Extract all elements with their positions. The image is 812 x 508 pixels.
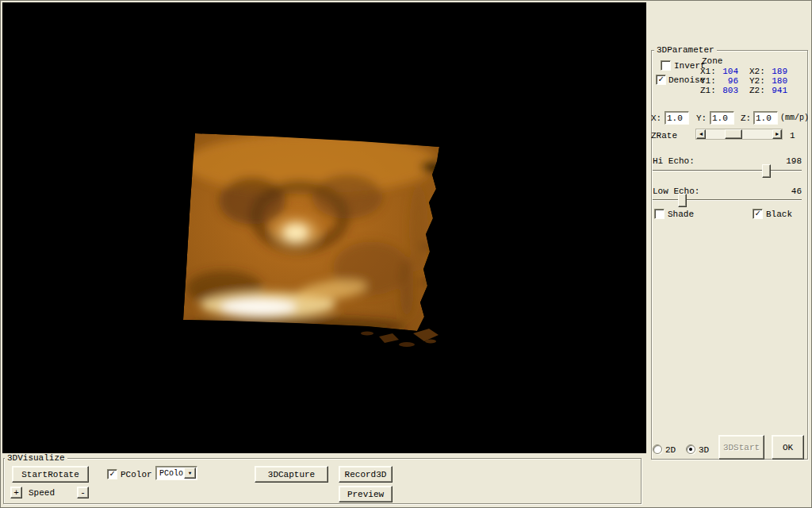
hi-echo-slider-track[interactable] [653, 170, 802, 171]
zrate-label: ZRate [651, 131, 677, 140]
zone-y2-label: Y2: [749, 76, 765, 86]
dropdown-arrow-icon[interactable]: ▼ [184, 468, 196, 479]
3dstart-button[interactable]: 3DStart [718, 435, 764, 460]
3d-render-viewport[interactable] [2, 2, 646, 453]
scale-y-label: Y: [696, 114, 707, 123]
start-rotate-button[interactable]: StartRotate [12, 466, 89, 483]
invert-checkbox[interactable]: ✓ [661, 60, 671, 71]
ultrasound-volume-render [177, 125, 446, 352]
scale-x-label: X: [651, 114, 661, 123]
radio-3d-label: 3D [699, 445, 709, 455]
radio-2d-label: 2D [665, 445, 676, 455]
check-mark-icon: ✓ [658, 74, 664, 84]
hi-echo-slider-thumb[interactable] [762, 164, 771, 178]
check-mark-icon: ✓ [755, 208, 760, 218]
zone-z2-label: Z2: [749, 86, 765, 95]
scale-z-input[interactable] [753, 111, 778, 125]
zone-z1-value: 803 [716, 86, 738, 95]
radio-2d[interactable] [653, 444, 662, 454]
preview-button[interactable]: Preview [339, 486, 393, 502]
3dparameter-group-title: 3DParameter [654, 45, 717, 55]
zrate-value: 1 [790, 131, 795, 140]
3dvisualize-group-title: 3DVisualize [5, 453, 67, 463]
record3d-button[interactable]: Record3D [339, 466, 393, 483]
render-fragments [361, 329, 439, 347]
zone-z1-label: Z1: [700, 86, 716, 95]
zrate-scrollbar-thumb[interactable] [725, 129, 742, 139]
parameter-panel: 3DParameter ✓ Invert ✓ Denoise Zone X1: … [646, 1, 812, 508]
scale-x-input[interactable] [665, 111, 689, 125]
speed-plus-button[interactable]: + [10, 487, 22, 498]
scale-z-label: Z: [741, 114, 751, 123]
scale-y-input[interactable] [710, 111, 734, 125]
zone-y2-value: 180 [765, 76, 787, 86]
shade-label: Shade [668, 210, 694, 219]
hi-echo-label: Hi Echo: [653, 156, 695, 166]
low-echo-value: 46 [765, 187, 802, 196]
zone-x2-label: X2: [749, 67, 765, 76]
zrate-scrollbar[interactable]: ◄ ► [695, 129, 783, 140]
radio-3d[interactable] [686, 444, 695, 454]
low-echo-label: Low Echo: [653, 187, 699, 196]
zone-x1-label: X1: [700, 67, 716, 76]
pcolor-dropdown[interactable]: PColor ▼ [155, 466, 197, 480]
check-mark-icon: ✓ [109, 468, 115, 479]
denoise-checkbox[interactable]: ✓ [656, 75, 666, 85]
pcolor-checkbox-label: PColor [121, 470, 152, 479]
zone-x2-value: 189 [765, 67, 787, 76]
zone-z2-value: 941 [765, 86, 787, 95]
ok-button[interactable]: OK [772, 435, 804, 460]
ultrasound-3d-app-window: 3DParameter ✓ Invert ✓ Denoise Zone X1: … [0, 0, 812, 508]
zrate-scroll-left-icon[interactable]: ◄ [696, 129, 706, 139]
low-echo-slider-track[interactable] [653, 199, 802, 201]
speed-label: Speed [29, 488, 55, 498]
scale-unit-label: (mm/p) [780, 114, 809, 123]
low-echo-slider-thumb[interactable] [678, 194, 687, 207]
black-label: Black [766, 210, 792, 219]
visualize-bar: 3DVisualize StartRotate ✓ PColor PColor … [2, 453, 646, 507]
black-checkbox[interactable]: ✓ [753, 209, 763, 219]
3dcapture-button[interactable]: 3DCapture [255, 466, 328, 483]
zone-x1-value: 104 [716, 67, 738, 76]
zone-y1-label: Y1: [700, 76, 716, 86]
shade-checkbox[interactable]: ✓ [654, 209, 665, 219]
pcolor-checkbox[interactable]: ✓ [107, 469, 117, 479]
speed-minus-button[interactable]: - [77, 487, 89, 498]
zone-y1-value: 96 [716, 76, 738, 86]
zone-title: Zone [702, 56, 722, 66]
zrate-scroll-right-icon[interactable]: ► [772, 129, 782, 139]
